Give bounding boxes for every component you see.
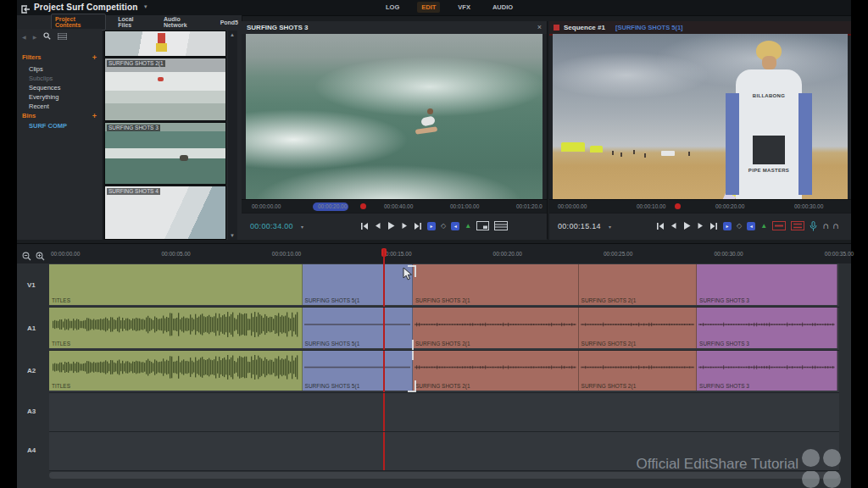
- timeline-zoom-controls: [22, 249, 45, 264]
- timeline-clip-V1[interactable]: SURFING SHOTS 2(1: [413, 264, 579, 305]
- timecode-caret-icon[interactable]: ▾: [301, 224, 303, 230]
- timeline-clip-A1[interactable]: SURFING SHOTS 3: [697, 308, 837, 348]
- step-forward-icon[interactable]: [401, 221, 409, 230]
- timeline-clip-A1[interactable]: SURFING SHOTS 5(1: [303, 308, 413, 348]
- timeline-clip-A2[interactable]: SURFING SHOTS 3: [697, 351, 837, 391]
- remove-edit-icon[interactable]: [772, 221, 786, 230]
- tab-local-files[interactable]: Local Files: [114, 14, 152, 30]
- pip-view-icon[interactable]: [476, 221, 489, 230]
- timeline-clip-A2[interactable]: SURFING SHOTS 5(1: [303, 351, 413, 391]
- thumbnail-clip-partial[interactable]: [104, 30, 226, 57]
- timeline-clip-V1[interactable]: SURFING SHOTS 5(1: [303, 264, 413, 305]
- forward-arrow-icon[interactable]: ▶: [33, 34, 37, 40]
- play-icon[interactable]: [387, 221, 396, 230]
- voiceover-mic-icon[interactable]: [810, 221, 817, 230]
- search-icon[interactable]: [43, 32, 51, 42]
- source-timecode[interactable]: 00:00:34.00: [250, 222, 293, 230]
- sidebar-item-sequences[interactable]: Sequences: [29, 84, 61, 92]
- sidebar-item-clips[interactable]: Clips: [29, 65, 43, 73]
- track-header-V1[interactable]: V1: [27, 281, 36, 289]
- thumbnail-surfing-shots-3[interactable]: SURFING SHOTS 3: [104, 122, 226, 185]
- track-header-A3[interactable]: A3: [27, 408, 36, 415]
- sidebar-item-surf-comp[interactable]: SURF COMP: [29, 122, 67, 130]
- content-browser-panel: Project Contents Local Files Audio Netwo…: [17, 15, 242, 240]
- park-icon[interactable]: ▲: [465, 221, 471, 230]
- playhead-line[interactable]: [383, 249, 385, 470]
- timeline-clip-A1[interactable]: SURFING SHOTS 2(1: [413, 308, 579, 348]
- undo-redo-arcs[interactable]: ∩∩: [822, 220, 843, 230]
- tab-log[interactable]: LOG: [381, 2, 403, 13]
- tile-view-icon[interactable]: [58, 33, 67, 42]
- ruler-timecode-label: 00:00:30.00: [794, 203, 823, 209]
- step-back-icon[interactable]: [670, 221, 677, 230]
- redo-arc-icon[interactable]: ∩: [832, 220, 843, 230]
- thumbnail-surfing-shots-4[interactable]: SURFING SHOTS 4: [104, 186, 226, 240]
- goto-start-icon[interactable]: [360, 221, 369, 230]
- timeline-ruler-label: 00:00:05.00: [161, 251, 190, 257]
- undo-arc-icon[interactable]: ∩: [822, 220, 832, 230]
- mark-in-icon[interactable]: ▸: [427, 222, 436, 230]
- goto-end-icon[interactable]: [709, 221, 718, 230]
- edit-point-bracket-bottom[interactable]: [408, 380, 416, 392]
- thumbnail-scrollbar[interactable]: ▲ ▼: [228, 30, 237, 240]
- timeline-clip-V1[interactable]: SURFING SHOTS 3: [697, 264, 837, 305]
- tab-vfx[interactable]: VFX: [453, 2, 475, 13]
- ruler-timecode-label: 00:01:00.00: [450, 203, 479, 209]
- sidebar-item-recent[interactable]: Recent: [29, 103, 49, 110]
- track-header-A4[interactable]: A4: [27, 446, 36, 454]
- sidebar-item-subclips[interactable]: Subclips: [29, 75, 53, 82]
- timeline-clip-A2[interactable]: TITLES: [49, 351, 303, 391]
- source-marker-dot[interactable]: [360, 203, 366, 209]
- zoom-in-icon[interactable]: [36, 249, 45, 264]
- timeline-clip-A1[interactable]: SURFING SHOTS 2(1: [579, 308, 698, 348]
- timeline-clip-A1[interactable]: TITLES: [49, 308, 303, 348]
- zoom-out-icon[interactable]: [22, 249, 31, 264]
- goto-end-icon[interactable]: [414, 221, 422, 230]
- tab-project-contents[interactable]: Project Contents: [51, 14, 106, 30]
- source-viewer-panel: SURFING SHOTS 3 × 00:00:00.0000:00:20.00…: [242, 21, 548, 239]
- timeline-ruler[interactable]: 00:00:00.0000:00:05.0000:00:10.0000:00:1…: [17, 244, 851, 263]
- sequence-playhead-dot[interactable]: [675, 203, 681, 209]
- add-filter-icon[interactable]: +: [92, 53, 97, 62]
- sequence-video-frame[interactable]: BILLABONG PIPE MASTERS: [553, 34, 848, 199]
- mark-out-icon[interactable]: ◂: [451, 222, 459, 230]
- park-icon[interactable]: ▲: [760, 221, 767, 230]
- play-icon[interactable]: [682, 221, 692, 230]
- step-back-icon[interactable]: [374, 221, 381, 230]
- mark-in-icon[interactable]: ▸: [723, 222, 732, 230]
- scroll-up-icon[interactable]: ▲: [230, 32, 235, 37]
- step-forward-icon[interactable]: [697, 221, 704, 230]
- source-viewer-controls: 00:00:34.00 ▾ ▸◇◂▲: [242, 213, 547, 240]
- tab-audio-network[interactable]: Audio Network: [160, 14, 209, 30]
- thumbnail-surfing-shots-2[interactable]: SURFING SHOTS 2(1: [104, 58, 226, 121]
- source-viewer-ruler[interactable]: 00:00:00.0000:00:20.0000:00:40.0000:01:0…: [242, 199, 547, 214]
- timeline-clip-A2[interactable]: SURFING SHOTS 2(1: [413, 351, 579, 391]
- sequence-timecode[interactable]: 00:00:15.14: [558, 222, 601, 230]
- ruler-timecode-label: 00:00:00.00: [558, 203, 587, 209]
- back-arrow-icon[interactable]: ◀: [22, 34, 26, 40]
- sidebar-item-everything[interactable]: Everything: [29, 93, 58, 101]
- track-header-A2[interactable]: A2: [27, 367, 36, 374]
- source-viewer-title-bar[interactable]: SURFING SHOTS 3 ×: [242, 21, 547, 34]
- timeline-horizontal-scrollbar[interactable]: [49, 472, 839, 479]
- tab-pond5[interactable]: Pond5: [217, 18, 242, 27]
- tab-audio[interactable]: AUDIO: [488, 2, 517, 13]
- timeline-clip-V1[interactable]: SURFING SHOTS 2(1: [579, 264, 698, 305]
- mark-diamond-icon[interactable]: ◇: [737, 221, 742, 230]
- source-video-frame[interactable]: [246, 34, 542, 199]
- sequence-viewer-ruler[interactable]: 00:00:00.0000:00:10.0000:00:20.0000:00:3…: [549, 199, 851, 214]
- mark-out-icon[interactable]: ◂: [747, 222, 755, 230]
- goto-start-icon[interactable]: [656, 221, 665, 230]
- add-bin-icon[interactable]: +: [92, 112, 97, 120]
- close-icon[interactable]: ×: [537, 23, 542, 31]
- tab-edit[interactable]: EDIT: [417, 2, 440, 13]
- timeline-clip-V1[interactable]: TITLES: [49, 264, 303, 305]
- project-title-caret-icon[interactable]: ▾: [144, 3, 147, 10]
- mark-diamond-icon[interactable]: ◇: [441, 221, 446, 230]
- track-header-A1[interactable]: A1: [27, 324, 36, 332]
- timecode-caret-icon[interactable]: ▾: [609, 224, 611, 230]
- timeline-strip-icon[interactable]: [494, 221, 508, 230]
- scroll-down-icon[interactable]: ▼: [230, 233, 235, 238]
- delete-edit-icon[interactable]: [791, 221, 804, 230]
- timeline-clip-A2[interactable]: SURFING SHOTS 2(1: [579, 351, 698, 391]
